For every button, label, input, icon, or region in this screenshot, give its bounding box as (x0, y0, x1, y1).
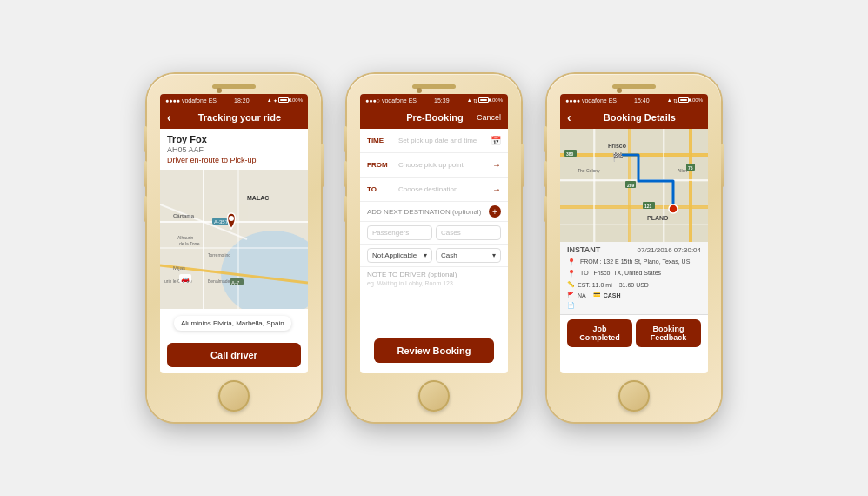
tracking-map: Cártama MALAC Alhaurin de la Torre Mijas… (160, 170, 308, 309)
document-icon: 📄 (567, 302, 575, 309)
mute-button-2 (344, 196, 347, 222)
calendar-icon: 📅 (491, 136, 501, 145)
review-booking-button[interactable]: Review Booking (374, 338, 494, 363)
cash-select[interactable]: Cash ▾ (436, 248, 501, 263)
to-label: TO (367, 185, 398, 193)
actions-row: Job Completed Booking Feedback (560, 315, 708, 352)
volume-down-button-3 (544, 161, 547, 187)
battery-info-3: ▲ ⇅ 100% (667, 97, 703, 104)
signal-dots-3: ●●●● (565, 97, 580, 104)
volume-down-button (144, 161, 147, 187)
carrier-info-1: ●●●● vodafone ES (165, 97, 217, 104)
booking-details-section: INSTANT 07/21/2016 07:30:04 📍 FROM : 132… (560, 242, 708, 315)
passengers-input[interactable]: Passengers (367, 225, 432, 240)
dropdown-arrow-1: ▾ (424, 251, 427, 259)
note-placeholder[interactable]: eg. Waiting in Lobby, Room 123 (367, 280, 501, 286)
time-input[interactable]: Set pick up date and time (398, 137, 491, 144)
not-applicable-select[interactable]: Not Applicable ▾ (367, 248, 432, 263)
from-text: FROM : 132 E 15th St, Plano, Texas, US (580, 258, 690, 265)
status-bar-1: ●●●● vodafone ES 18:20 ▲ ✦ 100% (160, 94, 308, 106)
est-text: EST. 11.0 mi (578, 282, 612, 288)
arrows-icon: ⇅ (473, 97, 477, 104)
phone-3: ●●●● vodafone ES 15:40 ▲ ⇅ 100% ‹ Bookin… (547, 74, 721, 422)
call-driver-button[interactable]: Call driver (167, 343, 301, 367)
est-grid: 📏 EST. 11.0 mi 31.60 USD (567, 279, 701, 290)
svg-rect-36 (560, 179, 708, 181)
home-button-3[interactable] (618, 380, 650, 412)
signal-dots-2: ●●●○ (365, 97, 380, 104)
booking-map: 380 75 289 121 Frisco The Colony PLANO A… (560, 129, 708, 242)
from-row[interactable]: FROM Choose pick up point → (360, 153, 508, 178)
battery-icon-1 (278, 97, 289, 103)
carrier-info-2: ●●●○ vodafone ES (365, 97, 417, 104)
phone-1-screen: ●●●● vodafone ES 18:20 ▲ ✦ 100% ‹ Tracki… (160, 94, 308, 373)
location-pin-icon: 📍 (567, 258, 578, 266)
svg-text:PLANO: PLANO (647, 215, 669, 221)
location-label: Aluminios Elviria, Marbella, Spain (174, 316, 291, 331)
cases-input[interactable]: Cases (436, 225, 501, 240)
flag-icon: 🚩 (567, 292, 575, 298)
phone-3-screen: ●●●● vodafone ES 15:40 ▲ ⇅ 100% ‹ Bookin… (560, 94, 708, 373)
to-arrow-icon: → (492, 184, 501, 194)
driver-plate: AH05 AAF (167, 145, 301, 154)
front-camera (217, 88, 222, 93)
driver-name: Troy Fox (167, 134, 301, 144)
na-item: 🚩 NA (567, 292, 586, 298)
home-button-2[interactable] (418, 380, 450, 412)
battery-icon-2 (478, 97, 489, 103)
dropdown-arrow-2: ▾ (492, 251, 496, 259)
to-input[interactable]: Choose destination (398, 185, 492, 193)
volume-up-button (144, 126, 147, 152)
svg-text:Alhaurin: Alhaurin (177, 235, 194, 240)
phone-1-body: ●●●● vodafone ES 18:20 ▲ ✦ 100% ‹ Tracki… (147, 74, 321, 422)
arrows-icon-3: ⇅ (673, 97, 678, 104)
price-text: 31.60 USD (619, 282, 649, 288)
add-destination-button[interactable]: + (489, 205, 501, 218)
driver-info: Troy Fox AH05 AAF Driver en-route to Pic… (160, 129, 308, 170)
home-button-1[interactable] (218, 380, 250, 412)
svg-text:289: 289 (627, 183, 635, 188)
back-button-1[interactable]: ‹ (167, 111, 171, 124)
booking-feedback-button[interactable]: Booking Feedback (636, 319, 701, 347)
svg-text:🚗: 🚗 (181, 274, 190, 283)
bluetooth-icon: ✦ (273, 97, 277, 104)
svg-point-20 (229, 216, 234, 221)
cancel-button-2[interactable]: Cancel (477, 113, 501, 122)
to-text: TO : Frisco, TX, United States (580, 270, 661, 276)
booking-details-header: ‹ Booking Details (560, 106, 708, 129)
booking-details-title: Booking Details (578, 112, 701, 123)
job-completed-button[interactable]: Job Completed (567, 319, 632, 347)
to-row[interactable]: TO Choose destination → (360, 178, 508, 202)
from-input[interactable]: Choose pick up point (398, 161, 492, 169)
prebooking-title: Pre-Booking (406, 112, 463, 123)
svg-rect-34 (560, 205, 708, 209)
map-svg-3: 380 75 289 121 Frisco The Colony PLANO A… (560, 129, 708, 242)
document-row: 📄 (567, 300, 701, 311)
price-item: 31.60 USD (619, 281, 649, 288)
svg-text:380: 380 (566, 151, 574, 157)
status-bar-2: ●●●○ vodafone ES 15:39 ▲ ⇅ 100% (360, 94, 508, 106)
svg-text:Mijas: Mijas (173, 265, 185, 271)
wifi-icon-3: ▲ (667, 97, 672, 103)
svg-text:Torremolino: Torremolino (208, 252, 230, 258)
volume-up-button-3 (544, 126, 547, 152)
cash-item: 💳 CASH (593, 292, 621, 298)
payment-grid: 🚩 NA 💳 CASH (567, 290, 701, 300)
svg-text:121: 121 (644, 204, 652, 209)
from-label: FROM (367, 161, 398, 169)
svg-rect-37 (593, 129, 595, 242)
back-button-3[interactable]: ‹ (567, 111, 571, 124)
svg-point-52 (669, 204, 678, 213)
mute-button-3 (544, 196, 547, 222)
time-3: 15:40 (634, 97, 650, 104)
svg-text:MALAC: MALAC (247, 195, 269, 201)
mute-button (144, 196, 147, 222)
passengers-cases-row: Passengers Cases (360, 222, 508, 245)
svg-text:The Colony: The Colony (578, 168, 600, 173)
cash-icon: 💳 (593, 292, 601, 298)
front-camera-3 (617, 88, 622, 93)
svg-rect-33 (689, 129, 692, 242)
na-text: NA (578, 292, 586, 298)
phone-2: ●●●○ vodafone ES 15:39 ▲ ⇅ 100% Pre-Book… (347, 74, 521, 422)
tracking-title: Tracking your ride (178, 112, 301, 123)
